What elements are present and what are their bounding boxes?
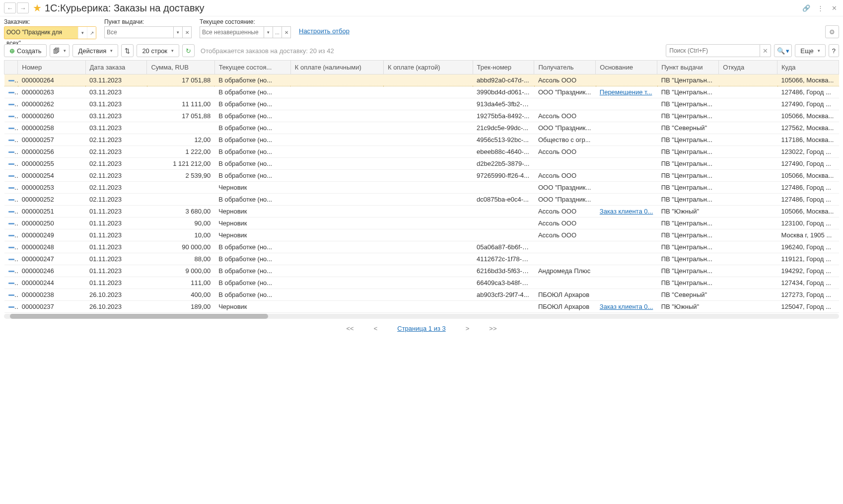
page-indicator[interactable]: Страница 1 из 3 (397, 325, 445, 332)
cell-date: 01.11.2023 (85, 217, 147, 229)
state-clear-button[interactable]: ✕ (282, 26, 291, 38)
last-page-button[interactable]: >> (489, 325, 496, 332)
table-row[interactable]: 00000024401.11.2023111,00В обработке (но… (4, 277, 839, 289)
table-row[interactable]: 00000026003.11.202317 051,88В обработке … (4, 110, 839, 122)
search-dropdown-button[interactable]: 🔍 ▾ (774, 44, 792, 57)
table-row[interactable]: 00000024701.11.202388,00В обработке (но.… (4, 253, 839, 265)
more-button[interactable]: Еще ▾ (795, 44, 825, 57)
cell-from (719, 134, 777, 146)
actions-button[interactable]: Действия ▾ (72, 44, 118, 57)
more-icon[interactable]: ⋮ (815, 3, 825, 13)
cell-track: 19275b5a-8492-... (473, 110, 534, 122)
col-icon[interactable] (4, 61, 18, 74)
state-dropdown-button[interactable]: ▾ (264, 26, 273, 38)
settings-button[interactable]: ⚙ (825, 25, 839, 38)
table-row[interactable]: 00000024901.11.202310,00ЧерновикАссоль О… (4, 229, 839, 241)
cell-date: 01.11.2023 (85, 229, 147, 241)
col-track[interactable]: Трек-номер (473, 61, 534, 74)
state-more-button[interactable]: ... (273, 26, 282, 38)
table-row[interactable]: 00000025803.11.2023В обработке (но...21c… (4, 122, 839, 134)
favorite-star-icon[interactable]: ★ (33, 2, 42, 14)
create-button[interactable]: ⊕ Создать (4, 44, 47, 57)
state-filter-input[interactable] (200, 26, 264, 38)
cell-number: 000000247 (18, 253, 85, 265)
row-status-icon (4, 98, 18, 110)
table-row[interactable]: 00000026303.11.2023В обработке (но...399… (4, 86, 839, 98)
basis-link[interactable]: Заказ клиента 0... (600, 208, 653, 215)
cell-basis (596, 98, 657, 110)
table-row[interactable]: 00000023826.10.2023400,00В обработке (но… (4, 289, 839, 301)
search-input[interactable] (666, 44, 760, 57)
row-status-icon (4, 86, 18, 98)
copy-button[interactable]: 🗐 ▾ (50, 44, 70, 57)
cell-state: В обработке (но... (214, 122, 290, 134)
table-row[interactable]: 00000025302.11.2023ЧерновикООО "Праздник… (4, 182, 839, 194)
table-row[interactable]: 00000026203.11.202311 111,00В обработке … (4, 98, 839, 110)
search-clear-button[interactable]: ✕ (760, 44, 771, 57)
cell-track: 05a06a87-6b6f-4... (473, 241, 534, 253)
col-recipient[interactable]: Получатель (534, 61, 596, 74)
cell-from (719, 74, 777, 86)
close-icon[interactable]: ✕ (829, 3, 839, 13)
basis-link[interactable]: Перемещение т... (600, 88, 652, 96)
table-row[interactable]: 00000025502.11.20231 121 212,00В обработ… (4, 158, 839, 170)
scrollbar-thumb[interactable] (10, 314, 268, 319)
col-basis[interactable]: Основание (596, 61, 657, 74)
cell-basis (596, 158, 657, 170)
basis-link[interactable]: Заказ клиента 0... (600, 303, 653, 310)
first-page-button[interactable]: << (347, 325, 354, 332)
nav-back-button[interactable]: ← (4, 2, 16, 13)
customer-open-button[interactable]: ↗ (87, 27, 96, 39)
customer-filter-input[interactable]: ООО "Праздник для всех" (4, 27, 78, 39)
col-number[interactable]: Номер (18, 61, 85, 74)
cell-from (719, 110, 777, 122)
link-icon[interactable]: 🔗 (801, 3, 811, 13)
cell-from (719, 122, 777, 134)
pickup-clear-button[interactable]: ✕ (183, 26, 192, 38)
col-sum[interactable]: Сумма, RUB (147, 61, 214, 74)
swap-button[interactable]: ⇅ (121, 44, 134, 57)
cell-number: 000000252 (18, 194, 85, 206)
cell-sum (147, 122, 214, 134)
table-row[interactable]: 00000024601.11.20239 000,00В обработке (… (4, 265, 839, 277)
customer-dropdown-button[interactable]: ▾ (78, 27, 87, 39)
table-row[interactable]: 00000024801.11.202390 000,00В обработке … (4, 241, 839, 253)
cell-pay-card (383, 241, 473, 253)
col-to[interactable]: Куда (777, 61, 839, 74)
cell-pay-card (383, 206, 473, 217)
cell-recipient: ООО "Праздник... (534, 182, 596, 194)
cell-state: В обработке (но... (214, 289, 290, 301)
table-row[interactable]: 00000026403.11.202317 051,88В обработке … (4, 74, 839, 86)
cell-sum (147, 182, 214, 194)
nav-forward-button[interactable]: → (17, 2, 29, 13)
table-row[interactable]: 00000025702.11.202312,00В обработке (но.… (4, 134, 839, 146)
col-state[interactable]: Текущее состоя... (214, 61, 290, 74)
table-row[interactable]: 00000025202.11.2023В обработке (но...dc0… (4, 194, 839, 206)
cell-basis: Перемещение т... (596, 86, 657, 98)
cell-sum (147, 86, 214, 98)
table-row[interactable]: 00000025101.11.20233 680,00ЧерновикАссол… (4, 206, 839, 217)
col-date[interactable]: Дата заказа (85, 61, 147, 74)
cell-state: В обработке (но... (214, 110, 290, 122)
pickup-filter-input[interactable] (104, 26, 174, 38)
refresh-button[interactable]: ↻ (182, 44, 195, 57)
table-row[interactable]: 00000025001.11.202390,00ЧерновикАссоль О… (4, 217, 839, 229)
cell-recipient (534, 98, 596, 110)
cell-to: 123100, Город ... (777, 217, 839, 229)
col-pay-cash[interactable]: К оплате (наличными) (290, 61, 383, 74)
col-from[interactable]: Откуда (719, 61, 777, 74)
table-row[interactable]: 00000023726.10.2023189,00ЧерновикПБОЮЛ А… (4, 301, 839, 313)
col-pickup[interactable]: Пункт выдачи (657, 61, 719, 74)
table-row[interactable]: 00000025402.11.20232 539,90В обработке (… (4, 170, 839, 182)
next-page-button[interactable]: > (466, 325, 470, 332)
prev-page-button[interactable]: < (374, 325, 378, 332)
table-row[interactable]: 00000025602.11.20231 222,00В обработке (… (4, 146, 839, 158)
cell-recipient: Андромеда Плюс (534, 265, 596, 277)
configure-filter-link[interactable]: Настроить отбор (299, 27, 350, 35)
horizontal-scrollbar[interactable] (4, 314, 839, 319)
cell-date: 02.11.2023 (85, 170, 147, 182)
col-pay-card[interactable]: К оплате (картой) (383, 61, 473, 74)
rows-button[interactable]: 20 строк ▾ (137, 44, 179, 57)
help-button[interactable]: ? (829, 44, 839, 57)
pickup-dropdown-button[interactable]: ▾ (174, 26, 183, 38)
